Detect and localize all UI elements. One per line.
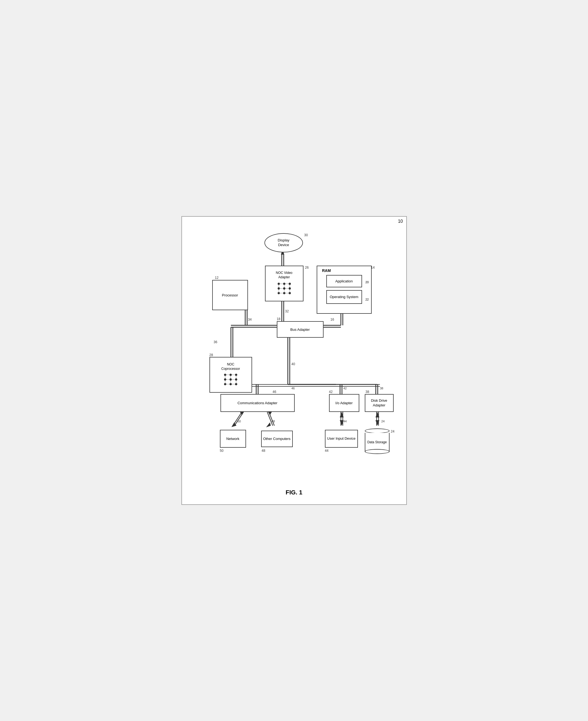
- svg-line-40: [267, 412, 273, 426]
- other-computers-ref: 48: [262, 449, 265, 453]
- display-device-box: Display Device: [265, 233, 303, 252]
- svg-text:48: 48: [272, 419, 275, 423]
- svg-text:36: 36: [214, 340, 217, 344]
- svg-marker-46: [340, 420, 343, 426]
- display-device-ref: 30: [304, 233, 308, 237]
- bus-adapter-ref: 18: [277, 317, 280, 321]
- svg-marker-42: [266, 423, 271, 427]
- other-computers-wrapper: Other Computers: [261, 431, 293, 447]
- noc-grid-video-svg: [276, 281, 293, 296]
- svg-text:40: 40: [291, 362, 295, 366]
- io-adapter-ref: 42: [329, 390, 333, 394]
- ram-ref: 14: [371, 266, 375, 269]
- user-input-device-ref: 44: [325, 449, 329, 453]
- cylinder-bottom-arc: [365, 449, 390, 454]
- data-storage-label: Data Storage: [367, 440, 387, 444]
- user-input-device-label: User Input Device: [327, 436, 355, 441]
- noc-video-ref: 26: [305, 266, 309, 269]
- svg-text:24: 24: [381, 419, 384, 423]
- svg-text:34: 34: [248, 317, 252, 322]
- other-computers-box: Other Computers: [261, 431, 293, 447]
- network-ref: 50: [220, 449, 224, 453]
- operating-system-box: Operating System: [326, 290, 362, 304]
- noc-video-adapter-box: NOC VideoAdapter: [265, 266, 303, 302]
- noc-grid-video: [276, 281, 293, 296]
- noc-video-adapter-label: NOC VideoAdapter: [276, 271, 292, 280]
- svg-marker-51: [376, 412, 379, 417]
- diagram: 32 34 36 16 40: [190, 225, 398, 486]
- svg-text:32: 32: [285, 309, 289, 313]
- communications-adapter-box: Communications Adapter: [220, 394, 295, 412]
- data-storage-cylinder: Data Storage: [365, 428, 390, 452]
- svg-text:44: 44: [343, 419, 346, 423]
- noc-coprocessor-label: NOCCoprocessor: [221, 363, 240, 371]
- svg-text:46: 46: [291, 387, 295, 390]
- application-box: Application: [326, 275, 362, 287]
- noc-coprocessor-box: NOCCoprocessor: [209, 357, 252, 393]
- network-label: Network: [226, 437, 239, 441]
- bus-adapter-box: Bus Adapter: [277, 321, 323, 338]
- fig-label: FIG. 1: [190, 489, 398, 496]
- data-storage-ref: 24: [391, 430, 395, 433]
- processor-box: Processor: [212, 280, 248, 310]
- disk-drive-adapter-label: Disk Drive Adapter: [365, 398, 393, 408]
- ram-label: RAM: [319, 268, 331, 273]
- noc-coprocessor-ref: 28: [209, 353, 213, 357]
- disk-drive-adapter-ref: 38: [365, 390, 369, 394]
- svg-line-37: [234, 412, 244, 426]
- processor-label: Processor: [222, 293, 238, 297]
- corner-ref: 10: [398, 219, 403, 224]
- cylinder-body: Data Storage: [365, 433, 390, 452]
- disk-drive-adapter-box: Disk Drive Adapter: [365, 394, 394, 412]
- io-adapter-label: I/o Adapter: [335, 401, 353, 405]
- application-label: Application: [335, 279, 353, 283]
- user-input-device-box: User Input Device: [325, 430, 358, 448]
- processor-ref: 12: [215, 276, 218, 280]
- svg-line-36: [233, 412, 242, 426]
- svg-marker-47: [340, 412, 343, 417]
- svg-text:50: 50: [237, 419, 241, 423]
- page: 10 32 34 36: [182, 216, 407, 505]
- svg-text:42: 42: [343, 387, 346, 390]
- ram-box: RAM Application 20 Operating System 22: [317, 266, 372, 314]
- svg-marker-50: [376, 420, 379, 426]
- communications-adapter-label: Communications Adapter: [237, 401, 277, 405]
- other-computers-label: Other Computers: [263, 437, 291, 441]
- display-device-label: Display Device: [278, 238, 290, 247]
- operating-system-ref: 22: [365, 298, 369, 301]
- bus-adapter-label: Bus Adapter: [290, 328, 310, 332]
- communications-adapter-ref: 46: [273, 390, 276, 394]
- operating-system-label: Operating System: [330, 295, 358, 300]
- svg-text:38: 38: [380, 387, 383, 390]
- svg-marker-38: [231, 423, 236, 427]
- io-adapter-box: I/o Adapter: [329, 394, 359, 412]
- network-box: Network: [220, 430, 246, 448]
- svg-text:16: 16: [331, 317, 334, 322]
- noc-grid-coprocessor-svg: [223, 372, 239, 387]
- svg-line-41: [269, 412, 274, 426]
- application-ref: 20: [365, 281, 369, 284]
